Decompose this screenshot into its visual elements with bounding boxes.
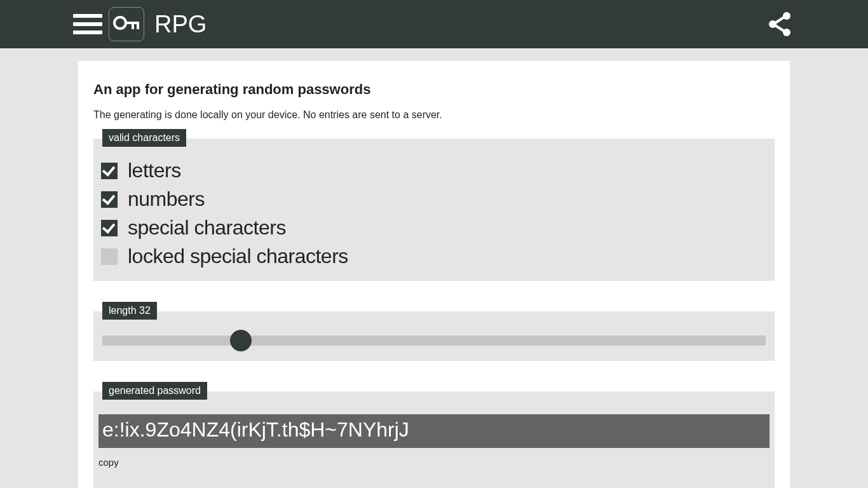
hamburger-line [73,22,102,26]
checkbox-numbers[interactable]: numbers [101,185,767,214]
svg-point-0 [114,17,126,29]
checkbox-label: letters [128,159,181,182]
checkbox-letters[interactable]: letters [101,156,767,185]
hamburger-line [73,30,102,34]
app-title: RPG [154,11,207,38]
key-icon [112,14,140,34]
checkbox-input[interactable] [101,220,118,236]
svg-line-7 [775,17,784,23]
checkbox-label: numbers [128,187,205,211]
generated-password-section: generated password e:!ix.9Zo4NZ4(irKjT.t… [93,391,775,488]
checkbox-special[interactable]: special characters [101,214,767,242]
checkbox-locked-special[interactable]: locked special characters [101,242,767,271]
checkbox-label: special characters [128,216,286,240]
app-header: RPG [0,0,868,48]
length-tag: length 32 [102,302,157,320]
share-button[interactable] [768,11,792,37]
length-slider[interactable] [102,336,766,346]
checkbox-label: locked special characters [128,245,348,268]
share-icon [768,11,792,37]
length-value: 32 [139,305,151,316]
header-left: RPG [0,7,207,41]
length-section: length 32 [93,311,775,361]
length-tag-prefix: length [109,305,139,316]
valid-characters-section: valid characters letters numbers special… [93,139,775,281]
page-heading: An app for generating random passwords [93,81,775,98]
svg-line-8 [775,25,784,31]
generated-body: e:!ix.9Zo4NZ4(irKjT.th$H~7NYhrjJ copy st… [93,391,775,488]
password-output[interactable]: e:!ix.9Zo4NZ4(irKjT.th$H~7NYhrjJ [98,414,770,448]
svg-rect-2 [132,23,134,29]
page-subheading: The generating is done locally on your d… [93,109,775,121]
menu-button[interactable] [73,11,102,37]
generated-tag: generated password [102,382,207,400]
app-logo [109,7,144,41]
checkbox-input[interactable] [101,163,118,179]
length-body [93,311,775,361]
valid-characters-tag: valid characters [102,129,186,147]
hamburger-line [73,14,102,18]
valid-characters-body: letters numbers special characters locke… [93,139,775,281]
main-card: An app for generating random passwords T… [78,61,790,488]
copy-button[interactable]: copy [98,457,119,468]
slider-thumb[interactable] [230,330,252,351]
checkbox-input[interactable] [101,248,118,265]
checkbox-input[interactable] [101,191,118,208]
svg-rect-3 [137,23,139,29]
